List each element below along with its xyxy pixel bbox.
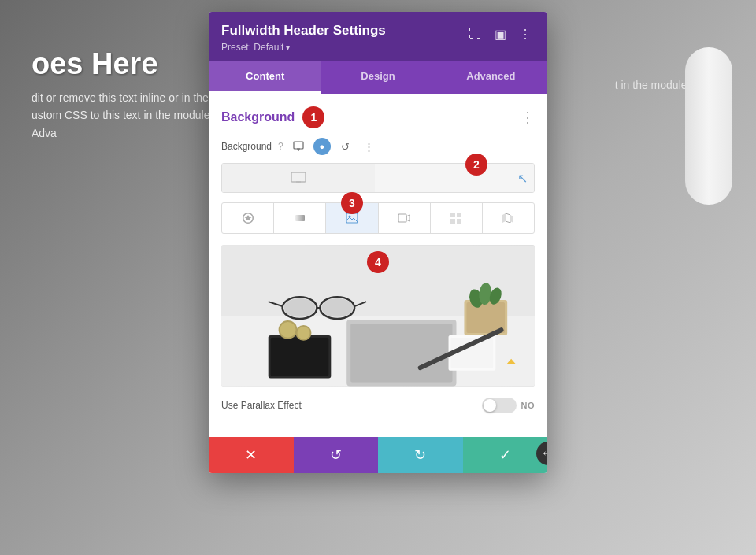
- type-tab-pattern[interactable]: [431, 203, 483, 233]
- svg-rect-10: [450, 213, 455, 217]
- svg-rect-0: [294, 142, 303, 149]
- svg-point-23: [284, 298, 316, 317]
- svg-rect-12: [450, 219, 455, 224]
- svg-point-30: [298, 327, 310, 339]
- cancel-button[interactable]: ✕: [209, 437, 294, 473]
- svg-rect-11: [457, 213, 461, 217]
- bg-label-row: Background ? ● ↺ ⋮: [221, 138, 535, 155]
- image-preview: 4: [221, 245, 535, 387]
- badge-3: 3: [341, 192, 363, 214]
- panel-title: Fullwidth Header Settings: [221, 23, 386, 39]
- parallax-label: Use Parallax Effect: [221, 400, 302, 411]
- tab-content[interactable]: Content: [209, 61, 321, 94]
- panel-bottom-bar: ✕ ↺ ↻ ✓: [209, 437, 547, 473]
- bg-reset-icon[interactable]: ↺: [337, 138, 354, 155]
- section-title-row: Background 1: [221, 106, 324, 128]
- section-title: Background: [221, 110, 295, 124]
- bg-help-icon[interactable]: ?: [278, 141, 284, 152]
- type-tab-video[interactable]: [379, 203, 431, 233]
- badge-4: 4: [367, 251, 389, 273]
- bg-desktop-icon[interactable]: [290, 138, 307, 155]
- svg-rect-9: [398, 214, 406, 222]
- bg-circle-active-icon[interactable]: ●: [313, 138, 331, 155]
- type-tab-map[interactable]: [483, 203, 534, 233]
- toggle-wrapper: NO: [482, 398, 536, 413]
- drag-handle-icon: ⤢: [540, 446, 547, 461]
- badge-1: 1: [302, 106, 324, 128]
- svg-rect-3: [291, 172, 306, 182]
- modal-overlay: Fullwidth Header Settings Preset: Defaul…: [0, 0, 756, 555]
- svg-rect-26: [271, 338, 329, 376]
- redo-button[interactable]: ↻: [378, 437, 463, 473]
- panel-content: Background 1 ⋮ Background ? ● ↺ ⋮: [209, 94, 547, 437]
- svg-rect-7: [346, 213, 358, 223]
- parallax-row: Use Parallax Effect NO: [221, 398, 535, 413]
- svg-point-24: [321, 298, 353, 317]
- bg-more-icon[interactable]: ⋮: [361, 138, 378, 155]
- type-tab-color[interactable]: [222, 203, 274, 233]
- settings-panel: Fullwidth Header Settings Preset: Defaul…: [209, 12, 547, 473]
- preset-label: Preset: Default: [221, 42, 284, 53]
- swatch-row: ↖: [221, 163, 535, 193]
- panel-tabs: Content Design Advanced: [209, 61, 547, 94]
- cursor-icon: ↖: [517, 171, 528, 186]
- section-more-icon[interactable]: ⋮: [521, 109, 535, 126]
- panel-header-icons: ⛶ ▣ ⋮: [465, 24, 535, 43]
- svg-point-28: [280, 322, 296, 338]
- save-button[interactable]: ✓: [463, 437, 548, 473]
- toggle-no-label: NO: [521, 401, 536, 410]
- svg-rect-32: [466, 302, 505, 333]
- fullscreen-icon[interactable]: ⛶: [465, 24, 484, 43]
- split-view-icon[interactable]: ▣: [491, 24, 510, 43]
- undo-button[interactable]: ↺: [294, 437, 379, 473]
- panel-title-block: Fullwidth Header Settings Preset: Defaul…: [221, 23, 386, 53]
- section-header: Background 1 ⋮: [221, 106, 535, 128]
- svg-rect-13: [457, 219, 461, 224]
- panel-header: Fullwidth Header Settings Preset: Defaul…: [209, 12, 547, 61]
- svg-rect-6: [295, 215, 305, 221]
- bg-label: Background: [221, 141, 272, 152]
- type-tab-image[interactable]: 3: [326, 203, 378, 233]
- badge-2: 2: [465, 154, 487, 176]
- swatch-right[interactable]: ↖: [375, 164, 534, 192]
- panel-preset-dropdown[interactable]: Preset: Default ▾: [221, 42, 386, 53]
- parallax-toggle[interactable]: [482, 398, 517, 413]
- preset-arrow-icon: ▾: [286, 43, 290, 52]
- type-tab-gradient[interactable]: [274, 203, 326, 233]
- tab-advanced[interactable]: Advanced: [435, 61, 547, 94]
- swatch-left[interactable]: [222, 164, 375, 192]
- svg-rect-17: [350, 324, 452, 383]
- type-tabs: 3: [221, 202, 535, 234]
- toggle-thumb: [484, 399, 496, 412]
- tab-design[interactable]: Design: [321, 61, 434, 94]
- more-options-icon[interactable]: ⋮: [516, 24, 535, 43]
